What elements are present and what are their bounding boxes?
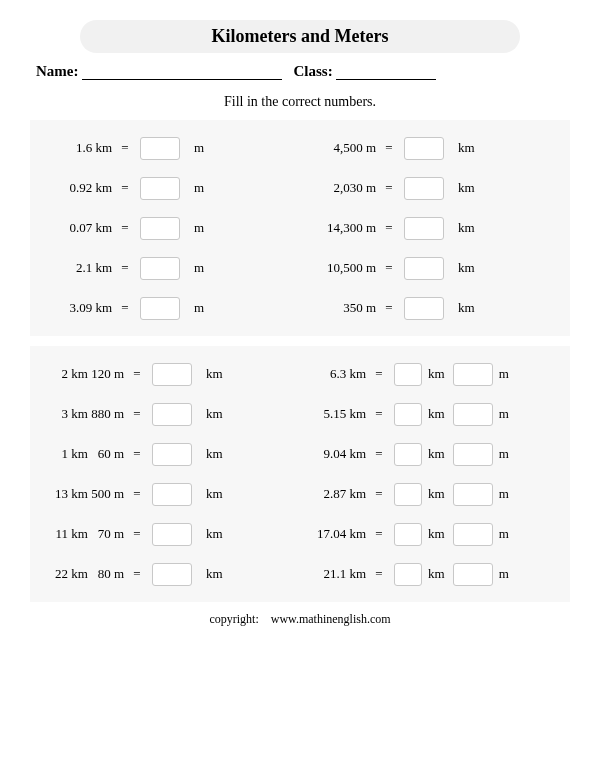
answer-box-m[interactable] [445, 523, 499, 546]
answer-box[interactable] [396, 257, 450, 280]
answer-unit-km: km [428, 406, 445, 422]
answer-box[interactable] [144, 483, 198, 506]
equals-sign: = [130, 406, 144, 422]
answer-unit: km [198, 406, 229, 422]
answer-unit: km [198, 526, 229, 542]
exercise-row: 2.1 km=m10,500 m=km [36, 248, 564, 288]
answer-unit: km [450, 260, 481, 276]
equals-sign: = [130, 566, 144, 582]
exercise-row: 1 km 60 m=km9.04 km=kmm [36, 434, 564, 474]
exercise-block-1: 1.6 km=m4,500 m=km0.92 km=m2,030 m=km0.0… [30, 120, 570, 336]
answer-box-km[interactable] [386, 403, 428, 426]
answer-unit: km [198, 366, 229, 382]
equals-sign: = [118, 300, 132, 316]
answer-box-m[interactable] [445, 363, 499, 386]
answer-unit-km: km [428, 526, 445, 542]
exercise-row: 2 km 120 m=km6.3 km=kmm [36, 354, 564, 394]
exercise-block-2: 2 km 120 m=km6.3 km=kmm3 km 880 m=km5.15… [30, 346, 570, 602]
exercise-row: 0.92 km=m2,030 m=km [36, 168, 564, 208]
answer-box-km[interactable] [386, 363, 428, 386]
exercise-row: 1.6 km=m4,500 m=km [36, 128, 564, 168]
class-field[interactable] [336, 66, 436, 80]
answer-unit: km [198, 446, 229, 462]
exercise-row: 22 km 80 m=km21.1 km=kmm [36, 554, 564, 594]
equals-sign: = [382, 140, 396, 156]
answer-unit-km: km [428, 366, 445, 382]
answer-unit: m [186, 140, 210, 156]
answer-box-m[interactable] [445, 443, 499, 466]
answer-box-km[interactable] [386, 563, 428, 586]
answer-box[interactable] [144, 363, 198, 386]
answer-unit: m [186, 220, 210, 236]
equals-sign: = [372, 486, 386, 502]
exercise-row: 13 km 500 m=km2.87 km=kmm [36, 474, 564, 514]
equals-sign: = [382, 180, 396, 196]
equals-sign: = [382, 260, 396, 276]
answer-box-km[interactable] [386, 443, 428, 466]
equals-sign: = [118, 180, 132, 196]
answer-unit: km [450, 300, 481, 316]
equals-sign: = [372, 406, 386, 422]
prompt-value: 9.04 km [300, 446, 372, 462]
prompt-value: 0.92 km [36, 180, 118, 196]
answer-box[interactable] [132, 297, 186, 320]
exercise-row: 0.07 km=m14,300 m=km [36, 208, 564, 248]
prompt-value: 1 km 60 m [36, 446, 130, 462]
answer-box-m[interactable] [445, 403, 499, 426]
equals-sign: = [118, 140, 132, 156]
answer-unit-m: m [499, 366, 509, 382]
answer-unit-m: m [499, 566, 509, 582]
instruction-text: Fill in the correct numbers. [30, 94, 570, 110]
prompt-value: 3 km 880 m [36, 406, 130, 422]
worksheet-title: Kilometers and Meters [80, 20, 520, 53]
answer-unit: km [450, 220, 481, 236]
equals-sign: = [118, 220, 132, 236]
answer-unit-m: m [499, 486, 509, 502]
prompt-value: 2,030 m [300, 180, 382, 196]
answer-box-km[interactable] [386, 523, 428, 546]
answer-box[interactable] [144, 403, 198, 426]
prompt-value: 10,500 m [300, 260, 382, 276]
answer-unit-km: km [428, 486, 445, 502]
copyright-label: copyright: [209, 612, 258, 626]
answer-box[interactable] [396, 217, 450, 240]
answer-unit: m [186, 300, 210, 316]
exercise-row: 3 km 880 m=km5.15 km=kmm [36, 394, 564, 434]
footer: copyright: www.mathinenglish.com [30, 612, 570, 627]
answer-box[interactable] [132, 177, 186, 200]
class-label: Class: [293, 63, 332, 79]
answer-box[interactable] [132, 257, 186, 280]
answer-box[interactable] [144, 563, 198, 586]
answer-unit-m: m [499, 406, 509, 422]
answer-unit-m: m [499, 526, 509, 542]
answer-unit-km: km [428, 566, 445, 582]
prompt-value: 2.1 km [36, 260, 118, 276]
answer-box[interactable] [132, 217, 186, 240]
answer-box[interactable] [144, 523, 198, 546]
equals-sign: = [382, 220, 396, 236]
answer-box[interactable] [396, 297, 450, 320]
prompt-value: 11 km 70 m [36, 526, 130, 542]
name-field[interactable] [82, 66, 282, 80]
prompt-value: 21.1 km [300, 566, 372, 582]
answer-box[interactable] [396, 137, 450, 160]
copyright-site: www.mathinenglish.com [271, 612, 391, 626]
answer-box[interactable] [144, 443, 198, 466]
answer-box[interactable] [132, 137, 186, 160]
equals-sign: = [130, 526, 144, 542]
answer-unit: km [198, 486, 229, 502]
equals-sign: = [382, 300, 396, 316]
prompt-value: 5.15 km [300, 406, 372, 422]
equals-sign: = [372, 366, 386, 382]
answer-unit: km [198, 566, 229, 582]
name-label: Name: [36, 63, 78, 79]
equals-sign: = [372, 446, 386, 462]
answer-box-m[interactable] [445, 563, 499, 586]
answer-box[interactable] [396, 177, 450, 200]
answer-box-km[interactable] [386, 483, 428, 506]
exercise-row: 3.09 km=m350 m=km [36, 288, 564, 328]
answer-box-m[interactable] [445, 483, 499, 506]
prompt-value: 0.07 km [36, 220, 118, 236]
prompt-value: 13 km 500 m [36, 486, 130, 502]
equals-sign: = [130, 446, 144, 462]
